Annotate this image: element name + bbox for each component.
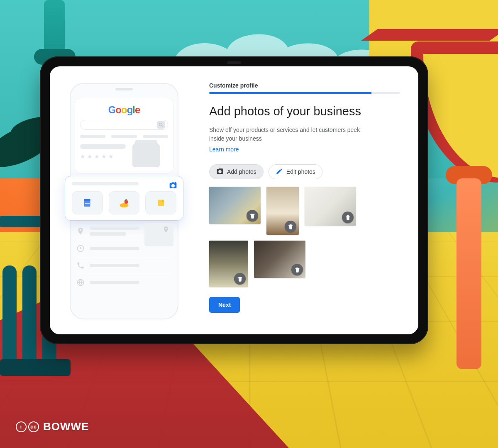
customize-profile-panel: Customize profile Add photos of your bus… [209, 79, 400, 322]
svg-rect-11 [85, 203, 90, 204]
uploaded-photo[interactable] [209, 241, 248, 287]
storefront-icon [132, 144, 160, 167]
step-label: Customize profile [209, 82, 400, 89]
svg-point-12 [120, 203, 129, 208]
next-button[interactable]: Next [209, 297, 240, 313]
delete-photo-button[interactable] [247, 210, 258, 222]
svg-rect-8 [174, 183, 176, 183]
pin-icon [76, 227, 85, 235]
clock-icon [76, 244, 85, 253]
watermark-brand: BOWWE [43, 420, 89, 433]
watermark: i cc BOWWE [16, 420, 89, 433]
edit-photos-button[interactable]: Edit photos [269, 164, 322, 179]
edit-photos-label: Edit photos [286, 168, 315, 175]
svg-rect-19 [221, 168, 223, 169]
map-thumb [144, 223, 173, 246]
photo-gallery [209, 187, 388, 287]
svg-rect-10 [84, 199, 90, 201]
progress-bar [209, 92, 400, 94]
search-icon [157, 121, 165, 129]
camera-plus-icon [216, 168, 224, 176]
tablet-screen: Google ★ ★ ★ ★ ★ [50, 66, 418, 334]
uploaded-photo[interactable] [254, 241, 305, 278]
svg-point-17 [219, 170, 221, 172]
cc-icon: cc [28, 421, 39, 432]
page-title: Add photos of your business [209, 105, 400, 118]
phone-preview: Google ★ ★ ★ ★ ★ [64, 79, 184, 322]
pencil-icon [276, 168, 283, 176]
delete-photo-button[interactable] [291, 264, 303, 275]
svg-point-6 [172, 185, 174, 187]
google-logo: Google [80, 104, 168, 116]
search-bar-mock [80, 120, 168, 130]
add-photos-label: Add photos [227, 168, 256, 175]
progress-fill [209, 92, 371, 94]
video-thumb-icon [72, 191, 103, 214]
uploaded-photo[interactable] [209, 187, 261, 224]
learn-more-link[interactable]: Learn more [209, 146, 239, 153]
phone-icon [76, 261, 85, 270]
photos-popover [65, 176, 183, 221]
food-thumb-icon [109, 191, 140, 214]
cc-by-icon: i [16, 421, 27, 432]
globe-icon [76, 278, 85, 287]
note-thumb-icon [145, 191, 176, 214]
svg-point-4 [159, 123, 162, 126]
tablet-camera [227, 61, 241, 64]
delete-photo-button[interactable] [234, 273, 246, 285]
add-photo-camera-icon [169, 181, 177, 191]
uploaded-photo[interactable] [305, 187, 356, 226]
uploaded-photo[interactable] [266, 187, 299, 235]
svg-line-5 [162, 126, 163, 127]
page-description: Show off your products or services and l… [209, 126, 367, 143]
delete-photo-button[interactable] [285, 221, 296, 232]
tablet-frame: Google ★ ★ ★ ★ ★ [40, 56, 428, 344]
star-rating-mock: ★ ★ ★ ★ ★ [80, 153, 126, 160]
delete-photo-button[interactable] [342, 212, 354, 223]
add-photos-button[interactable]: Add photos [209, 164, 264, 179]
